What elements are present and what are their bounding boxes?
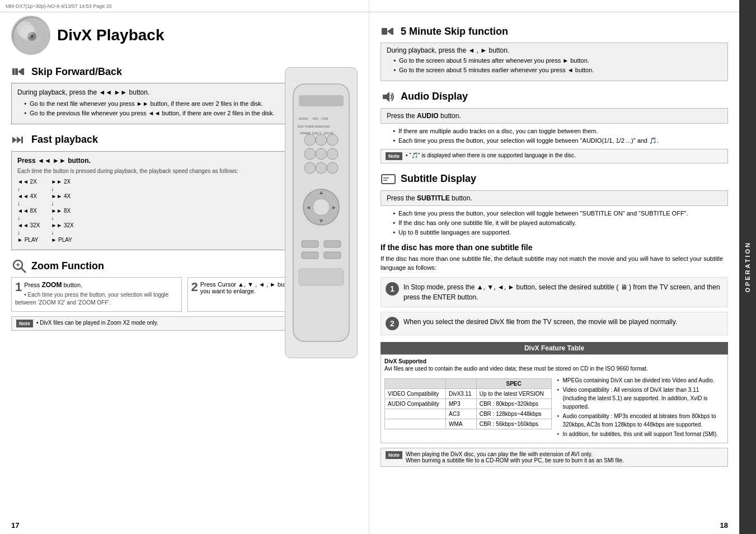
fivemin-box-title: During playback, press the ◄ , ► button. [387,46,722,54]
zoom-icon [11,258,27,274]
feature-data-table: SPEC VIDEO Compatibility DivX3.11 Up to … [384,378,552,429]
svg-point-21 [304,134,316,146]
left-page: DivX Playback Skip Forward/Back During p… [0,0,369,534]
row3-spec: CBR : 128kbps~448kbps [476,409,551,419]
svg-text:COLOR: COLOR [323,132,334,135]
table-row-1: VIDEO Compatibility DivX3.11 Up to the l… [385,388,552,399]
page-number-left: 17 [11,521,19,530]
svg-rect-50 [392,28,393,35]
svg-point-22 [316,134,327,146]
audio-icon [381,89,396,105]
zoom-step1-note: • Each time you press the button, your s… [15,291,178,307]
svg-point-27 [304,162,316,174]
subtitle-press-box: Press the SUBTITLE button. [381,190,728,206]
svg-rect-11 [14,68,16,75]
spec-notes-list: MPEGs containing DivX can be divided int… [557,376,725,438]
svg-text:▲: ▲ [318,189,324,195]
audio-note-text: • "🎵" is displayed when there is one sup… [406,152,576,158]
svg-text:▼: ▼ [318,218,324,224]
zoom-step-1: 1 Press ZOOM button. • Each time you pre… [11,277,182,312]
sr-5: ►► 8X [51,208,73,214]
sl-4: ↓ [17,200,40,207]
sl-2: ↓ [17,186,40,192]
svg-rect-40 [299,269,344,285]
svg-text:◄: ◄ [306,204,311,210]
fast-icon [11,132,27,148]
subtitle-icon [381,171,396,187]
sl-5: ◄◄ 8X [17,208,40,214]
sr-4: ↓ [51,200,73,207]
avi-text: Avi files are used to contain the audio … [384,366,724,372]
table-row-3: AC3 CBR : 128kbps~448kbps [385,409,552,419]
spec-note-2: Video compatibility : All versions of Di… [557,386,725,411]
sr-6: ↓ [51,215,73,221]
audio-title: Audio Display [401,91,468,102]
svg-point-3 [30,35,34,38]
row3-type: AC3 [445,409,476,419]
subtitle-press-text: Press the SUBTITLE button. [387,194,722,202]
svg-rect-38 [302,252,318,259]
fivemin-desc-box: During playback, press the ◄ , ► button.… [381,43,728,81]
audio-press-box: Press the AUDIO button. [381,108,728,124]
zoom-step2-num: 2 [191,281,198,293]
skip-title: Skip Forward/Back [31,66,122,78]
spec-note-4: In addition, for subtitles, this unit wi… [557,430,725,438]
row2-type: MP3 [445,399,476,409]
bottom-note-content: When playing the DivX disc, you can play… [406,451,624,463]
speed-left-col: ◄◄ 2X ↓ ◄◄ 4X ↓ ◄◄ 8X ↓ ◄◄ 32X ↓ ► PLAY [17,179,40,243]
sl-6: ↓ [17,215,40,221]
subtitle-step-2: 2 When you select the desired DivX file … [381,312,728,335]
svg-text:EJECT: EJECT [312,132,321,135]
svg-rect-37 [324,241,341,247]
svg-rect-52 [382,175,395,184]
subtitle-bullet-1: Each time you press the button, your sel… [393,209,728,218]
page-container: MM-DX7(1p~30p)-NO-6 4/13/07 14:53 Page 2… [0,0,756,534]
audio-bullet-1: If there are multiple audio tracks on a … [393,127,728,135]
bottom-note-label: Note [386,451,402,459]
col-category [385,378,446,388]
divx-playback-title: DivX Playback [57,26,164,44]
remote-control-image: ▲ ▼ ◄ ► BAND MO USB DVD TUNER RADIO AUX … [285,67,358,358]
svg-text:DVD TUNER RADIO AUX: DVD TUNER RADIO AUX [298,125,330,128]
subtitle-bullet-3: Up to 8 subtitle languages are supported… [393,228,728,237]
sr-9: ► PLAY [51,237,73,243]
feature-table-right: MPEGs containing DivX can be divided int… [557,375,725,439]
subtitle-section-title: Subtitle Display [381,171,728,187]
step1-circle: 1 [386,282,399,296]
svg-marker-12 [12,137,17,143]
sr-8: ↓ [51,229,73,236]
subtitle-step-1: 1 In Stop mode, press the ▲, ▼, ◄, ► but… [381,277,728,307]
speed-right-col: ►► 2X ↓ ►► 4X ↓ ►► 8X ↓ ►► 32X ↓ ► PLAY [51,179,73,243]
row1-category: VIDEO Compatibility [385,388,446,399]
svg-rect-20 [299,95,344,106]
zoom-step1-num: 1 [15,281,22,293]
audio-section-title: Audio Display [381,89,728,105]
svg-rect-14 [21,137,23,143]
sl-1: ◄◄ 2X [17,179,40,185]
page-number-right: 18 [720,521,728,530]
table-row-4: WMA CBR : 56kbps~160kbps [385,419,552,429]
svg-point-26 [327,148,338,160]
svg-rect-36 [302,241,318,247]
zoom-step1-text: ZOOM [41,281,62,289]
row2-category: AUDIO Compatibility [385,399,446,409]
zoom-title: Zoom Function [31,260,104,272]
fast-title: Fast playback [31,134,98,146]
sr-7: ►► 32X [51,222,73,228]
left-note-label: Note [16,320,33,327]
step1-text: In Stop mode, press the ▲, ▼, ◄, ► butto… [403,282,723,302]
step2-circle: 2 [386,317,399,330]
svg-point-23 [327,134,338,146]
feature-table-title: DivX Feature Table [381,342,728,354]
svg-point-28 [316,162,327,174]
fivemin-section-title: 5 Minute Skip function [381,24,728,39]
feature-table-section: DivX Feature Table DivX Supported Avi fi… [381,342,728,443]
svg-rect-39 [324,252,341,259]
spec-note-1: MPEGs containing DivX can be divided int… [557,376,725,385]
audio-press-text: Press the AUDIO button. [387,112,722,120]
svg-text:POWER: POWER [300,132,311,135]
audio-note-label: Note [386,152,402,160]
svg-marker-49 [387,28,392,35]
sl-8: ↓ [17,229,40,236]
divx-title-block: DivX Playback [11,16,358,55]
